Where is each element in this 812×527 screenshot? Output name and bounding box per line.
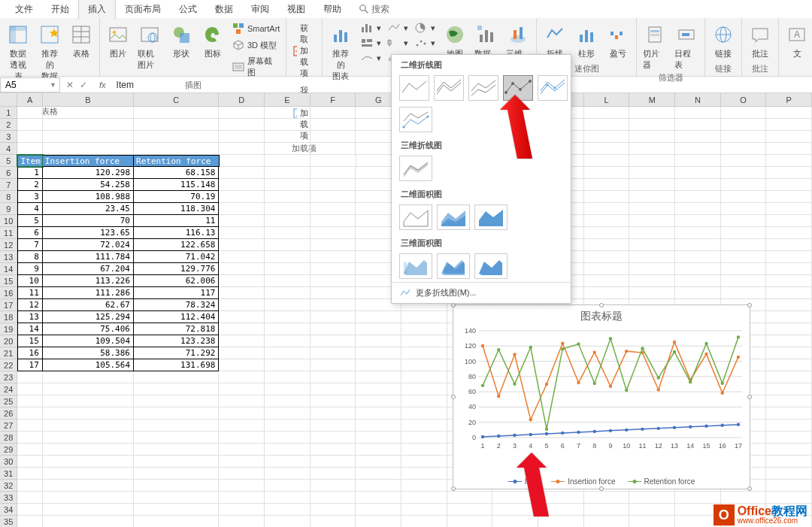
- cell[interactable]: [265, 407, 311, 419]
- cell[interactable]: [17, 107, 42, 119]
- cell[interactable]: [584, 203, 630, 215]
- row-header[interactable]: 12: [0, 239, 17, 251]
- cell[interactable]: [311, 419, 356, 432]
- cell[interactable]: [447, 516, 493, 527]
- cell[interactable]: [311, 251, 356, 263]
- cell[interactable]: [401, 468, 447, 480]
- cell[interactable]: [219, 371, 265, 383]
- cell[interactable]: 5: [17, 215, 42, 227]
- select-all-corner[interactable]: [0, 93, 17, 107]
- cell[interactable]: [219, 492, 265, 504]
- cell[interactable]: [265, 155, 311, 167]
- cell[interactable]: [356, 383, 401, 395]
- cell[interactable]: [401, 407, 447, 419]
- cell[interactable]: 72.024: [43, 239, 134, 251]
- cell[interactable]: [265, 492, 311, 504]
- cell[interactable]: [311, 492, 356, 504]
- cell[interactable]: [43, 143, 134, 155]
- cell[interactable]: [356, 432, 401, 444]
- enter-icon[interactable]: ✓: [80, 80, 87, 90]
- cell[interactable]: [356, 371, 401, 383]
- cell[interactable]: [629, 504, 675, 516]
- cell[interactable]: [134, 395, 219, 407]
- cell[interactable]: [17, 383, 42, 395]
- col-header-O[interactable]: O: [721, 93, 767, 107]
- cell[interactable]: [766, 371, 812, 383]
- cell[interactable]: [265, 167, 311, 179]
- cell[interactable]: 70: [43, 215, 134, 227]
- cell[interactable]: Retention force: [134, 155, 219, 167]
- cell[interactable]: [584, 191, 630, 203]
- area-thumb-1[interactable]: [399, 204, 432, 230]
- cell[interactable]: [43, 419, 134, 432]
- cell[interactable]: [629, 275, 675, 287]
- cell[interactable]: [219, 239, 265, 251]
- cell[interactable]: [134, 492, 219, 504]
- row-header[interactable]: 25: [0, 395, 17, 407]
- cell[interactable]: [721, 239, 767, 251]
- cell[interactable]: [675, 227, 721, 239]
- row-header[interactable]: 15: [0, 275, 17, 287]
- cell[interactable]: [219, 215, 265, 227]
- cell[interactable]: [675, 492, 721, 504]
- cell[interactable]: [311, 432, 356, 444]
- tab-home[interactable]: 开始: [42, 0, 78, 19]
- cell[interactable]: [356, 359, 401, 371]
- cell[interactable]: [220, 155, 265, 167]
- cell[interactable]: [43, 516, 134, 527]
- cell[interactable]: [401, 504, 447, 516]
- chart-stat-icon[interactable]: ▾: [386, 36, 410, 50]
- cell[interactable]: [356, 419, 401, 432]
- cell[interactable]: [43, 407, 134, 419]
- cell[interactable]: [219, 456, 265, 468]
- cell[interactable]: [311, 359, 356, 371]
- cell[interactable]: [356, 335, 401, 347]
- cell[interactable]: [356, 311, 401, 323]
- screenshot-button[interactable]: 屏幕截图: [231, 54, 281, 80]
- cell[interactable]: [219, 203, 265, 215]
- cell[interactable]: [675, 251, 721, 263]
- cell[interactable]: [675, 287, 721, 299]
- row-header[interactable]: 4: [0, 143, 17, 155]
- cell[interactable]: [629, 143, 675, 155]
- row-header[interactable]: 26: [0, 407, 17, 419]
- area-thumb-2[interactable]: [437, 204, 470, 230]
- cell[interactable]: [265, 371, 311, 383]
- cell[interactable]: [766, 480, 812, 492]
- cell[interactable]: [311, 335, 356, 347]
- cell[interactable]: [265, 323, 311, 335]
- cell[interactable]: [219, 432, 265, 444]
- col-header-C[interactable]: C: [134, 93, 219, 107]
- chart-surface-icon[interactable]: ▾: [359, 51, 383, 65]
- cell[interactable]: 1: [17, 167, 42, 179]
- col-header-B[interactable]: B: [43, 93, 134, 107]
- link-button[interactable]: 链接: [710, 21, 737, 61]
- cell[interactable]: [356, 456, 401, 468]
- cell[interactable]: [675, 263, 721, 275]
- cell[interactable]: 6: [17, 227, 42, 239]
- cell[interactable]: [675, 215, 721, 227]
- cell[interactable]: 13: [17, 311, 42, 323]
- col-header-P[interactable]: P: [766, 93, 812, 107]
- cell[interactable]: [311, 167, 356, 179]
- cell[interactable]: [356, 395, 401, 407]
- cell[interactable]: [766, 311, 812, 323]
- cell[interactable]: [311, 407, 356, 419]
- cell[interactable]: [311, 107, 356, 119]
- cell[interactable]: [721, 263, 767, 275]
- cell[interactable]: 105.564: [43, 359, 134, 371]
- cell[interactable]: [219, 131, 265, 143]
- smartart-button[interactable]: SmartArt: [231, 21, 281, 36]
- cell[interactable]: [766, 275, 812, 287]
- cell[interactable]: 112.404: [134, 311, 219, 323]
- cell[interactable]: [721, 215, 767, 227]
- cell[interactable]: [584, 239, 630, 251]
- cell[interactable]: 4: [17, 203, 42, 215]
- cell[interactable]: [219, 347, 265, 359]
- row-header[interactable]: 29: [0, 444, 17, 456]
- cell[interactable]: [219, 516, 265, 527]
- cell[interactable]: [17, 468, 42, 480]
- chart-scatter-icon[interactable]: ▾: [413, 36, 437, 50]
- cell[interactable]: [17, 395, 42, 407]
- row-header[interactable]: 27: [0, 419, 17, 432]
